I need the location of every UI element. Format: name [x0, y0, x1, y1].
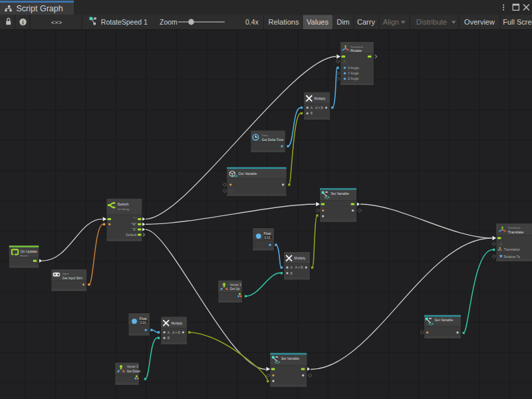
svg-text:Get Delta Time: Get Delta Time: [262, 138, 284, 142]
svg-text:Get Down: Get Down: [127, 370, 141, 373]
svg-text:"W": "W": [131, 223, 136, 226]
svg-text:Event: Event: [21, 254, 29, 257]
svg-text:Y Angle: Y Angle: [348, 72, 359, 75]
svg-text:"S": "S": [132, 228, 137, 231]
svg-text:Time: Time: [262, 134, 269, 137]
svg-text:Carry: Carry: [357, 18, 375, 26]
svg-text:On String: On String: [118, 207, 130, 211]
svg-text:On Update: On Update: [21, 249, 37, 253]
svg-text:<×>: <×>: [51, 19, 63, 26]
svg-text:" ": " ": [133, 217, 136, 221]
svg-text:0.01: 0.01: [140, 321, 147, 325]
svg-text:Input: Input: [63, 272, 69, 275]
svg-text:Float: Float: [140, 317, 147, 321]
svg-text:Overview: Overview: [464, 18, 495, 26]
svg-text:Rotate: Rotate: [350, 49, 362, 53]
svg-text:Translation: Translation: [504, 247, 521, 251]
svg-text:Get Up: Get Up: [230, 287, 240, 291]
svg-text:Get Variable: Get Variable: [239, 172, 257, 176]
svg-text:X Angle: X Angle: [348, 66, 359, 70]
svg-text:Distribute: Distribute: [416, 18, 447, 26]
svg-text:Vector 3: Vector 3: [127, 365, 138, 368]
svg-text:Vector 3: Vector 3: [230, 283, 241, 287]
svg-text:i: i: [22, 19, 23, 26]
svg-text:Align: Align: [383, 18, 399, 26]
svg-text:0.4x: 0.4x: [245, 18, 259, 26]
svg-text:Dim: Dim: [336, 18, 350, 26]
svg-text:Set Variable: Set Variable: [331, 192, 349, 196]
svg-text:Set Variable: Set Variable: [281, 356, 300, 360]
svg-text:Translate: Translate: [508, 230, 524, 234]
svg-text:Float: Float: [264, 232, 271, 235]
svg-text:Get Variable: Get Variable: [434, 318, 453, 322]
svg-text:Script Graph: Script Graph: [17, 4, 63, 13]
svg-text:Default: Default: [126, 233, 137, 237]
svg-text:Multiply: Multiply: [294, 256, 305, 260]
svg-text:Z Angle: Z Angle: [348, 77, 359, 80]
svg-text:Full Screen: Full Screen: [503, 18, 532, 26]
svg-text:B: B: [291, 272, 293, 275]
svg-text:Transform: Transform: [508, 226, 521, 229]
svg-text:Zoom: Zoom: [160, 18, 178, 26]
svg-text:Multiply: Multiply: [315, 96, 326, 100]
svg-text:A × B: A × B: [315, 106, 323, 110]
svg-text:Get Input Strin: Get Input Strin: [63, 277, 83, 280]
svg-text:Relations: Relations: [269, 18, 299, 26]
svg-text:B: B: [311, 112, 313, 115]
svg-text:Transform: Transform: [350, 45, 363, 49]
svg-text:Relative To: Relative To: [504, 255, 521, 259]
svg-text:B: B: [168, 336, 170, 340]
svg-text:Switch: Switch: [118, 202, 129, 206]
svg-text:Multiply: Multiply: [171, 321, 182, 325]
svg-text:A × B: A × B: [172, 331, 180, 334]
svg-text:A × B: A × B: [295, 266, 303, 269]
svg-text:RotateSpeed 1: RotateSpeed 1: [101, 18, 148, 26]
svg-text:Values: Values: [307, 18, 329, 26]
svg-text:0.01: 0.01: [265, 236, 271, 239]
